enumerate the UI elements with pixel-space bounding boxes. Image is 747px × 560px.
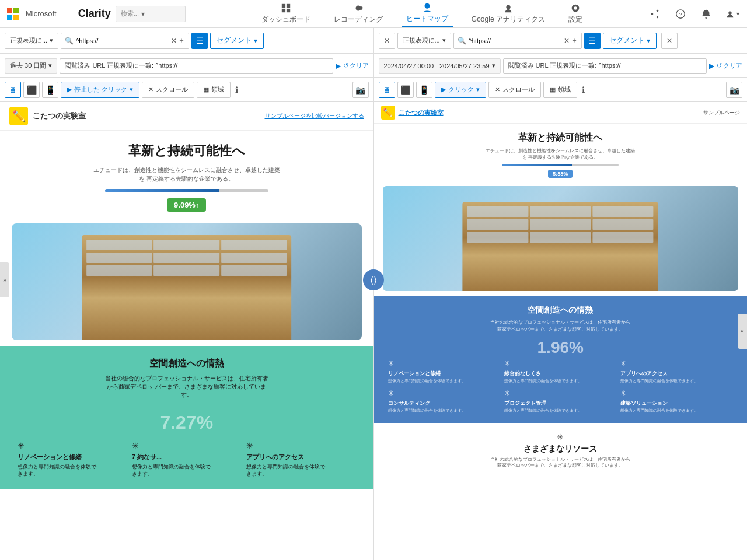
facade-cell [592,206,653,217]
left-url-filter[interactable]: 閲覧済み URL 正規表現に一致: ^https:// [60,58,333,74]
left-filter-button[interactable]: ☰ [191,33,208,49]
nav-analytics[interactable]: Google アナリティクス [467,1,550,27]
left-view-desktop[interactable]: 🖥 [5,82,21,98]
right-view-tablet[interactable]: ⬛ [397,82,414,98]
left-date-caret: ▾ [48,62,52,69]
account-button[interactable]: ▾ [724,6,740,22]
left-search-input[interactable] [76,37,170,44]
left-segment-button[interactable]: セグメント ▾ [210,33,264,49]
left-regex-select[interactable]: 正規表現に... ▾ [5,33,58,49]
left-site-link[interactable]: サンプルページを比較バージョンする [265,112,364,120]
left-camera-button[interactable]: 📷 [352,82,369,98]
right-grid-desc-1: 想像力と専門知識の融合を体験できます。 [388,379,501,383]
right-search-input[interactable] [469,37,563,44]
right-regex-select[interactable]: 正規表現に... ▾ [397,33,451,49]
left-view-tablet[interactable]: ⬛ [23,82,40,98]
left-hero-title: 革新と持続可能性へ [23,142,350,160]
right-camera-button[interactable]: 📷 [726,82,742,98]
right-view-desktop[interactable]: 🖥 [379,82,395,98]
right-close-button2[interactable]: ✕ [661,33,678,49]
left-site-logo: ✏️ [9,107,28,125]
right-info-button[interactable]: ℹ [582,85,585,94]
left-segment-label: セグメント [217,36,252,46]
notification-button[interactable] [698,6,714,22]
right-clear-icon: ↺ [717,62,722,69]
left-click-mode[interactable]: ▶ 停止した クリック ▾ [61,82,139,98]
left-info-button[interactable]: ℹ [235,85,238,94]
right-add-icon[interactable]: ＋ [571,36,578,46]
analytics-label: Google アナリティクス [472,15,545,24]
left-logo-emoji: ✏️ [12,110,25,123]
dashboard-label: ダッシュボード [261,15,310,24]
left-hero-badge: 9.09%↑ [167,198,206,212]
left-click-label: 停止した クリック [74,85,127,94]
nav-recording[interactable]: レコーディング [329,1,388,27]
left-hero-bar [105,189,268,192]
right-search-wrap: 🔍 ✕ ＋ [453,33,582,49]
right-click-mode[interactable]: ▶ クリック ▾ [435,82,486,98]
grid-title-1: リノベーションと修繕 [18,453,127,461]
left-clear-button[interactable]: ↺ クリア [343,61,369,70]
right-scroll-label: スクロール [502,85,535,94]
right-collapse-button[interactable]: « [738,314,747,349]
left-view-mobile[interactable]: 📱 [42,82,58,98]
right-section3-title: さまざまなリソース [383,444,738,454]
share-button[interactable] [647,6,663,22]
left-collapse-button[interactable]: » [0,262,9,298]
grid-item-3: ✳ アプリへのアクセス 想像力と専門知識の融合を体験できます。 [246,441,356,477]
notification-icon [701,9,711,19]
right-view-bar: 🖥 ⬛ 📱 ▶ クリック ▾ ✕ スクロール ▦ 領域 ℹ 📷 [374,78,748,102]
left-date-button[interactable]: 過去 30 日間 ▾ [5,58,57,74]
left-regex-label: 正規表現に... [10,36,47,45]
help-icon: ? [675,9,686,19]
right-search-icon: 🔍 [458,37,466,45]
right-regex-label: 正規表現に... [403,36,440,45]
nav-settings[interactable]: 設定 [564,1,587,27]
heatmap-label: ヒートマップ [406,14,448,24]
share-icon [650,9,660,19]
account-icon [725,9,735,19]
right-clear-button[interactable]: ↺ クリア [717,61,742,70]
left-scroll-mode[interactable]: ✕ スクロール [142,82,194,98]
right-segment-caret: ▾ [647,37,650,45]
facade-cell [467,232,528,243]
nav-heatmap[interactable]: ヒートマップ [402,0,453,27]
right-date-caret: ▾ [492,62,495,69]
facade-cell [86,265,152,276]
facade-cell [592,232,653,243]
facade-cell [153,240,219,250]
right-heat-pct: 1.96% [383,338,738,357]
left-area-mode[interactable]: ▦ 領域 [197,82,231,98]
right-area-mode[interactable]: ▦ 領域 [543,82,577,98]
right-url-filter[interactable]: 閲覧済み URL 正規表現に一致: ^https:// [503,58,707,74]
grid-desc-3: 想像力と専門知識の融合を体験できます。 [246,464,356,477]
right-area-label: 領域 [558,85,571,94]
right-clear-x[interactable]: ✕ [564,37,570,45]
nav-dashboard[interactable]: ダッシュボード [257,1,315,27]
grid-desc-1: 想像力と専門知識の融合を体験できます。 [18,464,127,477]
right-asterisk-1: ✳ [388,359,501,368]
left-clear-x[interactable]: ✕ [171,37,177,45]
right-grid-title-3: アプリへのアクセス [620,370,733,377]
facade-cell [530,219,591,230]
right-facade-row3 [467,232,654,243]
right-play-button[interactable]: ▶ [709,62,714,70]
left-search-icon: 🔍 [65,37,74,45]
right-segment-button[interactable]: セグメント ▾ [603,33,657,49]
help-button[interactable]: ? [672,6,689,22]
right-site-link: サンプルページ [703,109,740,117]
right-section3-desc: 当社の総合的なプロフェッショナル・サービスは、住宅所有者から商家デベロッパーまで… [490,457,630,469]
right-site-logo: ✏️ [381,106,395,120]
right-date-button[interactable]: 2024/04/27 00:00 - 2024/05/27 23:59 ▾ [379,58,501,74]
left-play-button[interactable]: ▶ [336,62,341,70]
right-grid2-item-3: ✳ 建築ソリューション 想像力と専門知識の融合を体験できます。 [620,389,733,413]
compare-button[interactable]: ⟨⟩ [363,270,384,290]
left-regex-caret: ▾ [50,37,53,44]
right-close-button[interactable]: ✕ [379,33,395,49]
left-add-icon[interactable]: ＋ [178,36,185,46]
right-scroll-mode[interactable]: ✕ スクロール [488,82,541,98]
right-view-mobile[interactable]: 📱 [416,82,432,98]
right-filter-button[interactable]: ☰ [584,33,601,49]
nav-search[interactable]: 検索... ▾ [116,6,186,22]
right-clear-label: クリア [723,61,742,70]
